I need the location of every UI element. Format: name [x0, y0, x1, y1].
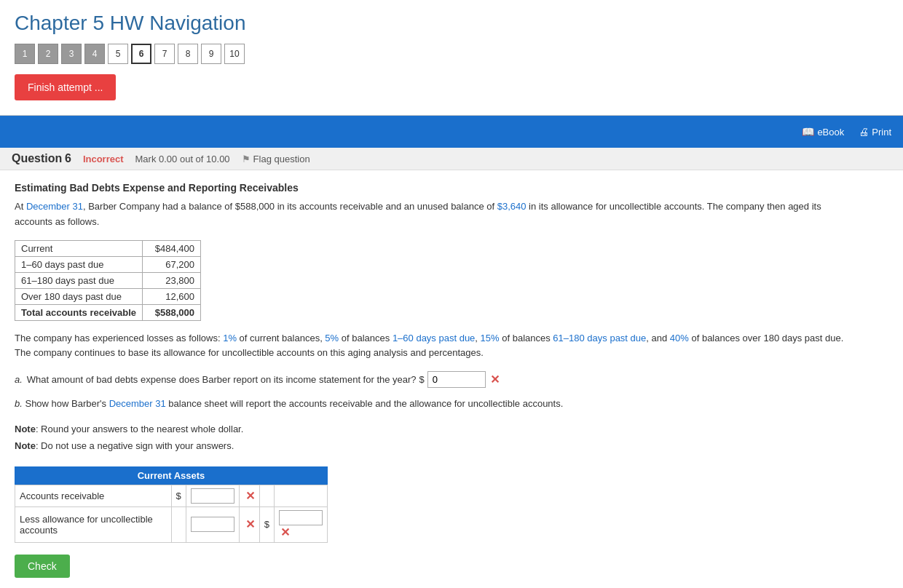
part-a-input[interactable]	[427, 371, 486, 388]
aging-amount-61-180: 23,800	[143, 272, 201, 288]
assets-dollar-allowance: $	[259, 506, 274, 542]
flag-icon	[242, 154, 251, 164]
aging-amount-1-60: 67,200	[143, 256, 201, 272]
nav-btn-5[interactable]: 5	[108, 44, 128, 64]
nav-btn-7[interactable]: 7	[154, 44, 175, 64]
current-assets-header: Current Assets	[15, 466, 328, 485]
part-a-container: a. What amount of bad debts expense does…	[15, 371, 859, 388]
nav-btn-4[interactable]: 4	[84, 44, 105, 64]
question-status: Incorrect	[83, 154, 124, 164]
page-title: Chapter 5 HW Navigation	[15, 12, 888, 35]
aging-row-current: Current $484,400	[15, 240, 201, 256]
nav-btn-2[interactable]: 2	[38, 44, 58, 64]
question-title: Estimating Bad Debts Expense and Reporti…	[15, 182, 859, 194]
assets-input-cell-allowance	[186, 506, 239, 542]
aging-table: Current $484,400 1–60 days past due 67,2…	[15, 240, 201, 321]
assets-dollar-allowance-empty	[171, 506, 186, 542]
main-content: Estimating Bad Debts Expense and Reporti…	[0, 170, 874, 588]
aging-label-1-60: 1–60 days past due	[15, 256, 143, 272]
aging-label-over-180: Over 180 days past due	[15, 288, 143, 304]
assets-input-cell-ar	[186, 485, 239, 506]
print-label: Print	[872, 127, 891, 138]
question-mark: Mark 0.00 out of 10.00	[135, 154, 230, 164]
nav-panel: Chapter 5 HW Navigation 1 2 3 4 5 6 7 8 …	[0, 0, 903, 116]
aging-row-1-60: 1–60 days past due 67,200	[15, 256, 201, 272]
loss-description: The company has experienced losses as fo…	[15, 331, 859, 362]
assets-clear-allowance[interactable]: ✕	[239, 506, 259, 542]
nav-btn-6[interactable]: 6	[131, 44, 151, 64]
assets-label-allowance: Less allowance for uncollectible account…	[15, 506, 172, 542]
nav-btn-9[interactable]: 9	[201, 44, 221, 64]
part-a-label: a.	[15, 374, 23, 385]
assets-input-ar[interactable]	[191, 488, 234, 504]
flag-question-link[interactable]: Flag question	[242, 154, 310, 164]
part-a-dollar: $	[419, 374, 425, 385]
question-number: 6	[65, 152, 71, 164]
assets-col2-ar	[259, 485, 274, 506]
assets-dollar-ar: $	[171, 485, 186, 506]
question-nav: 1 2 3 4 5 6 7 8 9 10	[15, 44, 888, 64]
nav-btn-1[interactable]: 1	[15, 44, 35, 64]
notes-section: Note: Round your answers to the nearest …	[15, 421, 859, 455]
nav-btn-10[interactable]: 10	[224, 44, 245, 64]
aging-row-61-180: 61–180 days past due 23,800	[15, 272, 201, 288]
note-2: Note: Do not use a negative sign with yo…	[15, 437, 859, 454]
ebook-icon	[802, 126, 814, 138]
assets-input-cell-allowance2: ✕	[275, 506, 328, 542]
print-link[interactable]: Print	[859, 126, 891, 138]
aging-label-61-180: 61–180 days past due	[15, 272, 143, 288]
part-a-clear-icon[interactable]: ✕	[490, 373, 500, 386]
note-1: Note: Round your answers to the nearest …	[15, 421, 859, 437]
question-body-intro: At December 31, Barber Company had a bal…	[15, 199, 859, 230]
assets-row-allowance: Less allowance for uncollectible account…	[15, 506, 328, 542]
assets-row-ar: Accounts receivable $ ✕	[15, 485, 328, 506]
finish-attempt-button[interactable]: Finish attempt ...	[15, 74, 116, 100]
check-button[interactable]: Check	[15, 555, 70, 578]
aging-amount-over-180: 12,600	[143, 288, 201, 304]
assets-label-ar: Accounts receivable	[15, 485, 172, 506]
toolbar-bar: eBook Print	[0, 116, 903, 148]
current-assets-table-container: Current Assets Accounts receivable $ ✕ L…	[15, 466, 328, 543]
assets-clear-allowance2[interactable]: ✕	[280, 526, 290, 539]
question-label: Question 6	[12, 152, 71, 165]
part-b-text: b. Show how Barber's December 31 balance…	[15, 397, 859, 412]
aging-label-current: Current	[15, 240, 143, 256]
question-info-bar: Question 6 Incorrect Mark 0.00 out of 10…	[0, 148, 903, 170]
nav-btn-8[interactable]: 8	[178, 44, 198, 64]
assets-col2-input-ar	[275, 485, 328, 506]
print-icon	[859, 126, 869, 138]
part-a-text: What amount of bad debts expense does Ba…	[27, 374, 417, 385]
aging-amount-current: $484,400	[143, 240, 201, 256]
ebook-label: eBook	[817, 127, 844, 138]
ebook-link[interactable]: eBook	[802, 126, 844, 138]
question-prefix: Question	[12, 152, 62, 164]
aging-label-total: Total accounts receivable	[15, 304, 143, 320]
assets-input-allowance[interactable]	[191, 517, 234, 532]
aging-row-total: Total accounts receivable $588,000	[15, 304, 201, 320]
flag-label: Flag question	[253, 154, 310, 164]
aging-amount-total: $588,000	[143, 304, 201, 320]
nav-btn-3[interactable]: 3	[61, 44, 82, 64]
assets-clear-ar[interactable]: ✕	[239, 485, 259, 506]
current-assets-table: Accounts receivable $ ✕ Less allowance f…	[15, 485, 328, 543]
aging-row-over-180: Over 180 days past due 12,600	[15, 288, 201, 304]
assets-input-allowance2[interactable]	[279, 510, 323, 525]
